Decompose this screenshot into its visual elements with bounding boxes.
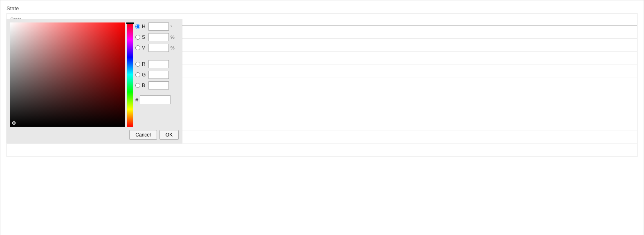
s-label: S xyxy=(142,34,147,40)
s-row: S 0 % xyxy=(135,33,179,41)
v-unit: % xyxy=(171,45,175,50)
g-label: G xyxy=(142,72,147,78)
g-radio[interactable] xyxy=(135,72,140,77)
g-row: G 0 xyxy=(135,71,179,79)
b-row: B 0 xyxy=(135,81,179,90)
hue-strip[interactable] xyxy=(127,22,133,127)
v-radio[interactable] xyxy=(135,45,140,50)
s-radio[interactable] xyxy=(135,35,140,40)
hex-row: # 000000 xyxy=(135,95,179,104)
ok-button[interactable]: OK xyxy=(159,130,179,140)
v-label: V xyxy=(142,45,147,51)
section-title: State xyxy=(7,4,637,13)
r-row: R 0 xyxy=(135,60,179,68)
h-row: H 0 ° xyxy=(135,22,179,31)
page-title: State xyxy=(7,5,19,11)
b-radio[interactable] xyxy=(135,83,140,88)
s-unit: % xyxy=(171,35,175,40)
page-container: State State xyxy=(0,0,644,235)
h-input[interactable]: 0 xyxy=(148,22,169,31)
color-controls: H 0 ° S 0 % V 0 % xyxy=(135,22,179,104)
h-unit: ° xyxy=(171,24,172,29)
color-gradient[interactable] xyxy=(10,22,125,127)
r-radio[interactable] xyxy=(135,62,140,67)
b-label: B xyxy=(142,83,147,88)
hex-hash: # xyxy=(135,97,138,103)
v-row: V 0 % xyxy=(135,44,179,52)
picker-buttons: Cancel OK xyxy=(10,130,179,140)
hue-indicator xyxy=(126,22,134,24)
b-input[interactable]: 0 xyxy=(148,81,169,90)
h-label: H xyxy=(142,24,147,29)
r-input[interactable]: 0 xyxy=(148,60,169,68)
g-input[interactable]: 0 xyxy=(148,71,169,79)
v-input[interactable]: 0 xyxy=(148,44,169,52)
cancel-button[interactable]: Cancel xyxy=(129,130,157,140)
s-input[interactable]: 0 xyxy=(148,33,169,41)
h-radio[interactable] xyxy=(135,24,140,29)
r-label: R xyxy=(142,61,147,67)
color-picker: H 0 ° S 0 % V 0 % xyxy=(7,19,182,143)
hex-input[interactable]: 000000 xyxy=(140,95,171,104)
